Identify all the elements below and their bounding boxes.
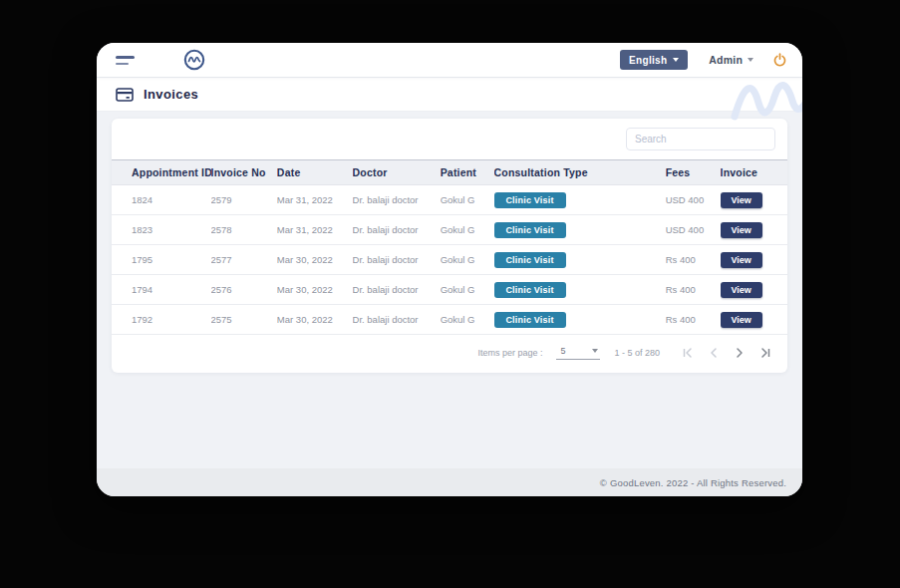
cell-invoice-no: 2575	[211, 305, 277, 335]
consultation-type-badge: Clinic Visit	[494, 312, 566, 328]
cell-doctor: Dr. balaji doctor	[353, 185, 441, 215]
cell-fees: Rs 400	[666, 305, 721, 335]
cell-invoice-no: 2578	[211, 215, 277, 245]
cell-invoice-no: 2577	[211, 245, 277, 275]
cell-appointment-id: 1823	[112, 215, 211, 245]
cell-appointment-id: 1792	[112, 305, 211, 335]
cell-date: Mar 30, 2022	[277, 245, 353, 275]
first-page-button[interactable]	[680, 345, 696, 361]
admin-label: Admin	[709, 54, 743, 66]
invoice-card-icon	[116, 88, 134, 102]
header-doctor: Doctor	[353, 160, 441, 185]
table-row: 1795 2577 Mar 30, 2022 Dr. balaji doctor…	[112, 245, 787, 275]
cell-fees: Rs 400	[666, 245, 721, 275]
cell-date: Mar 31, 2022	[277, 215, 353, 245]
cell-appointment-id: 1795	[112, 245, 211, 275]
table-header-row: Appointment ID Invoice No Date Doctor Pa…	[112, 160, 787, 185]
cell-fees: Rs 400	[666, 275, 721, 305]
items-per-page-label: Items per page :	[477, 348, 542, 358]
cell-date: Mar 31, 2022	[277, 185, 353, 215]
header-invoice-no: Invoice No	[211, 160, 277, 185]
chevron-down-icon	[748, 58, 753, 62]
main-content: Appointment ID Invoice No Date Doctor Pa…	[97, 112, 802, 468]
menu-icon[interactable]	[116, 56, 136, 65]
cell-doctor: Dr. balaji doctor	[353, 245, 441, 275]
view-invoice-button[interactable]: View	[721, 222, 762, 238]
page-size-select[interactable]: 5	[556, 346, 600, 360]
cell-patient: Gokul G	[441, 185, 494, 215]
cell-patient: Gokul G	[441, 275, 494, 305]
cell-invoice-no: 2576	[211, 275, 277, 305]
cell-patient: Gokul G	[441, 215, 494, 245]
header-appointment-id: Appointment ID	[112, 160, 211, 185]
cell-fees: USD 400	[666, 185, 721, 215]
previous-page-button[interactable]	[706, 345, 722, 361]
table-row: 1823 2578 Mar 31, 2022 Dr. balaji doctor…	[112, 215, 787, 245]
cell-doctor: Dr. balaji doctor	[353, 275, 441, 305]
copyright-text: © GoodLeven. 2022 - All Rights Reserved.	[600, 477, 786, 488]
top-navbar: English Admin	[97, 43, 802, 77]
table-row: 1794 2576 Mar 30, 2022 Dr. balaji doctor…	[112, 275, 787, 305]
view-invoice-button[interactable]: View	[721, 252, 762, 268]
header-invoice: Invoice	[721, 160, 787, 185]
cell-invoice-no: 2579	[211, 185, 277, 215]
invoices-table: Appointment ID Invoice No Date Doctor Pa…	[112, 159, 787, 335]
consultation-type-badge: Clinic Visit	[494, 282, 566, 298]
admin-menu[interactable]: Admin	[709, 54, 753, 66]
page-title: Invoices	[144, 87, 198, 102]
table-row: 1824 2579 Mar 31, 2022 Dr. balaji doctor…	[112, 185, 787, 215]
chevron-down-icon	[673, 58, 679, 62]
range-label: 1 - 5 of 280	[614, 348, 660, 358]
view-invoice-button[interactable]: View	[721, 192, 762, 208]
next-page-button[interactable]	[732, 345, 748, 361]
chevron-down-icon	[592, 349, 598, 353]
table-row: 1792 2575 Mar 30, 2022 Dr. balaji doctor…	[112, 305, 787, 335]
view-invoice-button[interactable]: View	[721, 282, 762, 298]
invoices-card: Appointment ID Invoice No Date Doctor Pa…	[112, 119, 787, 373]
footer-bar: © GoodLeven. 2022 - All Rights Reserved.	[97, 468, 802, 496]
page-title-bar: Invoices	[97, 78, 802, 112]
consultation-type-badge: Clinic Visit	[494, 222, 566, 238]
consultation-type-badge: Clinic Visit	[494, 252, 566, 268]
search-input[interactable]	[626, 128, 775, 150]
logout-power-button[interactable]	[772, 53, 787, 68]
cell-appointment-id: 1794	[112, 275, 211, 305]
cell-fees: USD 400	[666, 215, 721, 245]
view-invoice-button[interactable]: View	[721, 312, 762, 328]
consultation-type-badge: Clinic Visit	[494, 192, 566, 208]
cell-date: Mar 30, 2022	[277, 275, 353, 305]
header-fees: Fees	[666, 160, 721, 185]
cell-date: Mar 30, 2022	[277, 305, 353, 335]
cell-doctor: Dr. balaji doctor	[353, 305, 441, 335]
table-paginator: Items per page : 5 1 - 5 of 280	[112, 335, 787, 363]
language-label: English	[629, 55, 667, 66]
cell-patient: Gokul G	[441, 245, 494, 275]
page-size-value: 5	[560, 346, 565, 356]
cell-patient: Gokul G	[441, 305, 494, 335]
app-window: English Admin Invoices	[97, 43, 802, 496]
app-logo-icon[interactable]	[182, 48, 206, 72]
cell-appointment-id: 1824	[112, 185, 211, 215]
header-consultation-type: Consultation Type	[494, 160, 666, 185]
cell-doctor: Dr. balaji doctor	[353, 215, 441, 245]
header-patient: Patient	[441, 160, 494, 185]
last-page-button[interactable]	[757, 345, 773, 361]
header-date: Date	[277, 160, 353, 185]
language-selector-button[interactable]: English	[620, 50, 688, 70]
